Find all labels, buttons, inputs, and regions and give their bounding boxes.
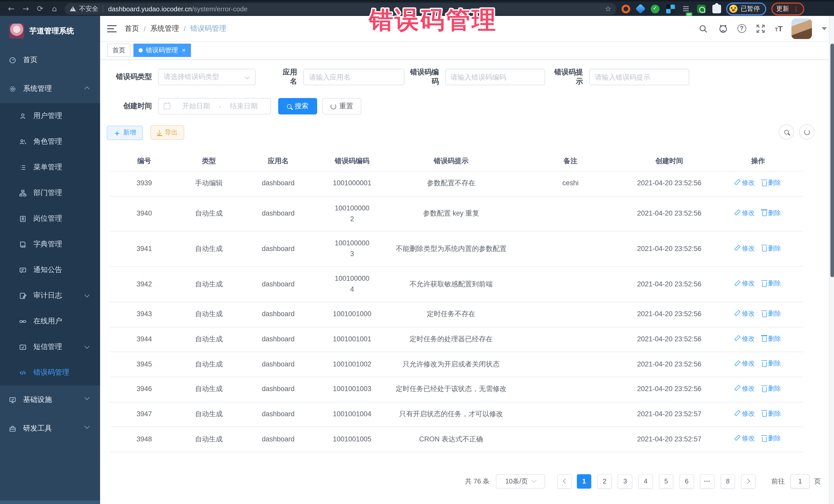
sidebar-item-sms[interactable]: 短信管理: [0, 334, 100, 360]
profile-paused-badge[interactable]: 已暂停: [726, 2, 766, 15]
sidebar-item-error-codes[interactable]: 错误码管理: [0, 360, 100, 386]
avatar[interactable]: [791, 18, 812, 39]
sidebar-item-system[interactable]: 系统管理: [0, 74, 100, 103]
header-search-icon[interactable]: [697, 23, 708, 34]
page-button-2[interactable]: 2: [597, 474, 612, 489]
edit-link[interactable]: 修改: [735, 334, 755, 344]
app-logo-row[interactable]: 芋道管理系统: [0, 16, 100, 46]
edit-link[interactable]: 修改: [735, 178, 755, 188]
more-pages-button[interactable]: •••: [700, 474, 715, 489]
error-code-input[interactable]: [451, 73, 540, 81]
prev-page-button[interactable]: [557, 474, 572, 489]
sidebar-item-infrastructure[interactable]: 基础设施: [0, 386, 100, 414]
cell-code: 1001001000: [317, 302, 387, 327]
sidebar-collapse-bar[interactable]: [0, 500, 100, 504]
page-button-3[interactable]: 3: [618, 474, 632, 489]
sidebar-item-announcements[interactable]: 通知公告: [0, 257, 100, 283]
extension-ubiquity-icon[interactable]: [621, 4, 630, 13]
edit-link[interactable]: 修改: [735, 359, 755, 369]
goto-page-input[interactable]: [791, 475, 809, 488]
github-icon[interactable]: [717, 23, 728, 34]
page-button-1[interactable]: 1: [577, 474, 591, 489]
edit-link[interactable]: 修改: [735, 309, 755, 319]
sidebar-item-roles[interactable]: 角色管理: [0, 129, 100, 154]
hamburger-icon[interactable]: [107, 25, 116, 32]
sidebar-item-users[interactable]: 用户管理: [0, 103, 100, 129]
delete-link[interactable]: 删除: [762, 208, 781, 218]
help-icon[interactable]: ?: [737, 24, 746, 33]
page-size-select[interactable]: 10条/页: [496, 474, 545, 489]
sidebar-item-devtools[interactable]: 研发工具: [0, 414, 100, 443]
next-page-button[interactable]: [741, 474, 755, 489]
extension-v2ex-icon[interactable]: [651, 4, 659, 13]
app-name-input[interactable]: [309, 73, 399, 81]
refresh-icon: [804, 129, 810, 135]
delete-icon: [762, 412, 767, 417]
delete-link[interactable]: 删除: [762, 178, 781, 188]
show-search-toggle-button[interactable]: [778, 124, 794, 139]
breadcrumb-home[interactable]: 首页: [125, 24, 139, 33]
delete-link[interactable]: 删除: [762, 434, 781, 444]
browser-update-button[interactable]: 更新 ⋮: [771, 2, 804, 15]
address-bar[interactable]: 不安全 dashboard.yudao.iocoder.cn/system/er…: [65, 3, 616, 15]
edit-link[interactable]: 修改: [735, 409, 755, 419]
sidebar-item-audit-log[interactable]: 审计日志: [0, 283, 100, 308]
refresh-table-button[interactable]: [799, 124, 814, 139]
delete-link[interactable]: 删除: [762, 243, 781, 254]
font-size-icon[interactable]: TT: [775, 24, 783, 33]
tab-error-codes[interactable]: 错误码管理 ×: [133, 44, 191, 57]
sidebar-item-home[interactable]: 首页: [0, 46, 100, 74]
extensions-puzzle-icon[interactable]: [712, 4, 721, 13]
delete-link[interactable]: 删除: [762, 279, 781, 289]
page-button-4[interactable]: 4: [638, 474, 653, 489]
close-tab-icon[interactable]: ×: [182, 47, 185, 54]
tab-home[interactable]: 首页: [107, 44, 130, 57]
page-button-5[interactable]: 5: [659, 474, 673, 489]
sidebar-item-departments[interactable]: 部门管理: [0, 180, 100, 206]
edit-link[interactable]: 修改: [735, 208, 755, 218]
browser-home-icon[interactable]: ⌂: [47, 4, 62, 13]
sidebar-item-online-users[interactable]: 在线用户: [0, 308, 100, 334]
extension-gem-icon[interactable]: [635, 4, 646, 14]
delete-link[interactable]: 删除: [762, 384, 781, 394]
search-button[interactable]: 搜索: [278, 98, 317, 114]
page-button-6[interactable]: 6: [680, 474, 694, 489]
error-type-select[interactable]: 请选择错误码类型: [158, 69, 256, 85]
delete-link[interactable]: 删除: [762, 359, 781, 369]
edit-link[interactable]: 修改: [735, 243, 755, 254]
fullscreen-icon[interactable]: [755, 23, 766, 34]
browser-reload-icon[interactable]: ⟳: [33, 4, 47, 13]
main-area: 首页 / 系统管理 / 错误码管理 ?: [100, 16, 834, 504]
edit-link[interactable]: 修改: [735, 384, 755, 394]
sidebar-item-dictionary[interactable]: 字典管理: [0, 232, 100, 257]
extension-list-on-icon[interactable]: [682, 4, 690, 13]
select-placeholder: 请选择错误码类型: [164, 72, 219, 82]
sidebar-item-label: 岗位管理: [34, 214, 62, 223]
sidebar-item-posts[interactable]: 岗位管理: [0, 206, 100, 232]
add-button[interactable]: ＋ 新增: [107, 126, 143, 140]
delete-link[interactable]: 删除: [762, 334, 781, 344]
reset-button[interactable]: 重置: [322, 98, 361, 114]
avatar-caret-icon[interactable]: [822, 27, 827, 30]
cell-code: 1001000001: [317, 171, 387, 196]
page-button-8[interactable]: 8: [721, 474, 735, 489]
edit-link[interactable]: 修改: [735, 434, 755, 444]
sidebar-item-menus[interactable]: 菜单管理: [0, 154, 100, 180]
not-secure-label[interactable]: 不安全: [79, 4, 98, 13]
url-text[interactable]: dashboard.yudao.iocoder.cn/system/error-…: [108, 5, 605, 13]
bookmark-star-icon[interactable]: ☆: [605, 5, 611, 13]
extension-key-icon[interactable]: [697, 4, 706, 13]
browser-forward-icon[interactable]: →: [19, 4, 33, 13]
breadcrumb-system[interactable]: 系统管理: [150, 24, 179, 33]
cell-type: 自动生成: [179, 377, 239, 402]
delete-link[interactable]: 删除: [762, 409, 781, 419]
browser-back-icon[interactable]: ←: [4, 4, 19, 13]
export-button[interactable]: 导出: [150, 125, 184, 139]
extension-grid-icon[interactable]: [666, 4, 675, 13]
browser-menu-kebab-icon[interactable]: ⋮: [793, 8, 799, 10]
delete-link[interactable]: 删除: [762, 309, 781, 319]
scrollbar-thumb[interactable]: [830, 44, 834, 277]
error-hint-input[interactable]: [595, 73, 684, 81]
date-range-picker[interactable]: 开始日期 - 结束日期: [158, 98, 271, 114]
edit-link[interactable]: 修改: [735, 279, 755, 289]
